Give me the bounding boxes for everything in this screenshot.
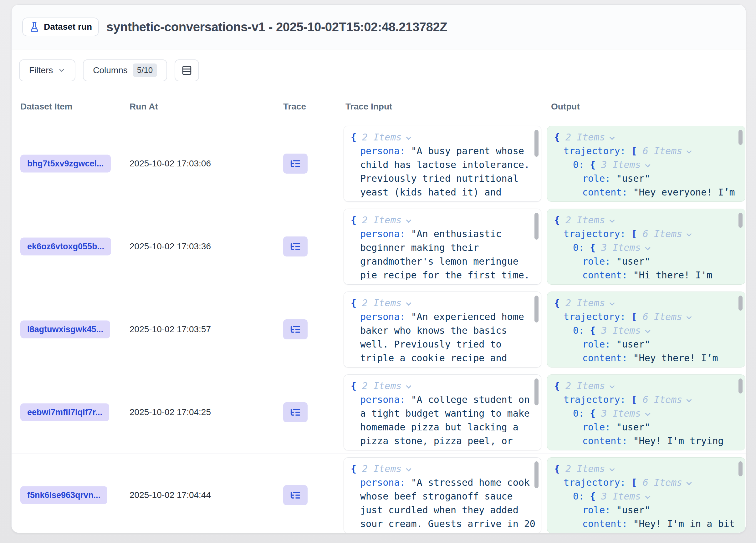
output-cell[interactable]: { 2 Itemstrajectory: [ 6 Items0: { 3 Ite…: [547, 209, 745, 284]
scrollbar-thumb[interactable]: [738, 378, 743, 393]
scrollbar-thumb[interactable]: [534, 378, 539, 405]
row-height-button[interactable]: [175, 59, 199, 81]
json-brace: {: [554, 132, 560, 143]
dataset-item-pill[interactable]: eebwi7mfil7lqlf7r...: [20, 403, 109, 421]
json-key: role:: [582, 339, 610, 350]
json-count: 2 Items: [560, 380, 605, 391]
collapse-chevron-icon[interactable]: [609, 218, 615, 223]
json-str: well. Previously tried to: [360, 339, 502, 350]
filters-button-label: Filters: [29, 65, 53, 75]
json-str: "Hey there! I’m: [628, 352, 718, 363]
json-str: beginner making their: [360, 242, 479, 253]
output-json: { 2 Itemstrajectory: [ 6 Items0: { 3 Ite…: [547, 375, 745, 450]
dataset-item-pill[interactable]: f5nk6lse963qrvn...: [20, 486, 107, 504]
collapse-chevron-icon[interactable]: [645, 411, 650, 416]
columns-button[interactable]: Columns 5/10: [83, 59, 167, 81]
trace-input-cell[interactable]: { 2 Itemspersona: "An enthusiasticbeginn…: [344, 209, 541, 284]
trace-button[interactable]: [283, 154, 308, 174]
json-brace: {: [584, 325, 595, 336]
json-str: "user": [610, 339, 650, 350]
output-cell[interactable]: { 2 Itemstrajectory: [ 6 Items0: { 3 Ite…: [547, 291, 745, 367]
json-count: 3 Items: [595, 408, 641, 419]
collapse-chevron-icon[interactable]: [609, 383, 615, 388]
trace-input-cell[interactable]: { 2 Itemspersona: "A busy parent whosech…: [344, 126, 541, 202]
trace-button[interactable]: [283, 319, 308, 339]
collapse-chevron-icon[interactable]: [645, 328, 650, 333]
scrollbar-thumb[interactable]: [534, 213, 539, 240]
collapse-chevron-icon[interactable]: [406, 466, 411, 471]
json-key: trajectory:: [564, 477, 626, 488]
collapse-chevron-icon[interactable]: [645, 162, 650, 167]
collapse-chevron-icon[interactable]: [687, 148, 692, 154]
json-brace: [: [626, 394, 637, 405]
json-key: content:: [582, 352, 628, 363]
dataset-item-pill[interactable]: ek6oz6vtoxg055b...: [20, 238, 111, 256]
filters-button[interactable]: Filters: [19, 59, 75, 81]
json-key: content:: [582, 435, 628, 446]
chevron-down-icon: [58, 67, 65, 74]
collapse-chevron-icon[interactable]: [406, 135, 411, 140]
collapse-chevron-icon[interactable]: [406, 300, 411, 305]
output-cell[interactable]: { 2 Itemstrajectory: [ 6 Items0: { 3 Ite…: [547, 457, 745, 533]
json-brace: {: [351, 463, 356, 474]
column-header-run-at: Run At: [130, 102, 158, 112]
json-count: 2 Items: [560, 297, 605, 308]
collapse-chevron-icon[interactable]: [645, 494, 650, 499]
trace-button[interactable]: [283, 402, 308, 422]
json-key: trajectory:: [564, 146, 626, 156]
scrollbar-thumb[interactable]: [534, 130, 539, 157]
json-key: content:: [582, 187, 628, 198]
column-header-trace-input: Trace Input: [345, 102, 392, 112]
collapse-chevron-icon[interactable]: [406, 218, 411, 223]
json-brace: {: [554, 215, 560, 226]
scrollbar-thumb[interactable]: [738, 295, 743, 310]
collapse-chevron-icon[interactable]: [687, 314, 692, 319]
json-str: "A busy parent whose: [406, 146, 524, 156]
scrollbar-thumb[interactable]: [534, 295, 539, 322]
json-str: really excited because I'm: [582, 283, 729, 284]
json-count: 2 Items: [560, 132, 605, 143]
column-header-output: Output: [551, 102, 580, 112]
json-brace: {: [584, 491, 595, 502]
json-str: yeast (kids hated it) and: [360, 187, 502, 198]
collapse-chevron-icon[interactable]: [645, 245, 650, 250]
table-body: bhg7t5xv9zgwcel... 2025-10-02 17:03:06 {…: [12, 122, 746, 533]
json-key: 0:: [573, 159, 584, 170]
trace-input-cell[interactable]: { 2 Itemspersona: "A college student ona…: [344, 374, 541, 450]
output-json: { 2 Itemstrajectory: [ 6 Items0: { 3 Ite…: [547, 292, 745, 367]
dataset-item-pill[interactable]: l8agtuwxisgwk45...: [20, 320, 110, 338]
trace-input-cell[interactable]: { 2 Itemspersona: "An experienced homeba…: [344, 291, 541, 367]
json-count: 2 Items: [356, 297, 402, 308]
dataset-item-pill[interactable]: bhg7t5xv9zgwcel...: [20, 155, 111, 173]
trace-button[interactable]: [283, 237, 308, 257]
collapse-chevron-icon[interactable]: [609, 300, 615, 305]
scrollbar-thumb[interactable]: [738, 213, 743, 228]
collapse-chevron-icon[interactable]: [406, 383, 411, 388]
run-at: 2025-10-02 17:03:06: [130, 159, 211, 169]
collapse-chevron-icon[interactable]: [609, 466, 615, 471]
json-brace: {: [351, 380, 356, 391]
json-str: "user": [610, 505, 650, 515]
collapse-chevron-icon[interactable]: [687, 397, 692, 402]
json-str: of a panic right now. I was: [582, 532, 735, 533]
column-header-trace: Trace: [283, 102, 306, 112]
output-cell[interactable]: { 2 Itemstrajectory: [ 6 Items0: { 3 Ite…: [547, 126, 745, 202]
json-str: "user": [610, 422, 650, 433]
scrollbar-thumb[interactable]: [738, 461, 743, 476]
json-key: trajectory:: [564, 311, 626, 322]
scrollbar-thumb[interactable]: [738, 130, 743, 145]
trace-input-cell[interactable]: { 2 Itemspersona: "A stressed home cookw…: [344, 457, 541, 533]
json-count: 6 Items: [637, 311, 682, 322]
trace-button[interactable]: [283, 485, 308, 505]
json-str: baker who knows the basics: [360, 325, 507, 336]
collapse-chevron-icon[interactable]: [609, 135, 615, 140]
json-brace: {: [554, 463, 560, 474]
json-key: role:: [582, 256, 610, 267]
output-cell[interactable]: { 2 Itemstrajectory: [ 6 Items0: { 3 Ite…: [547, 374, 745, 450]
trace-input-json: { 2 Itemspersona: "An enthusiasticbeginn…: [344, 209, 541, 284]
collapse-chevron-icon[interactable]: [687, 231, 692, 237]
collapse-chevron-icon[interactable]: [687, 480, 692, 485]
json-key: persona:: [360, 146, 406, 156]
json-str: just curdled when they added: [360, 505, 518, 515]
scrollbar-thumb[interactable]: [534, 461, 539, 488]
